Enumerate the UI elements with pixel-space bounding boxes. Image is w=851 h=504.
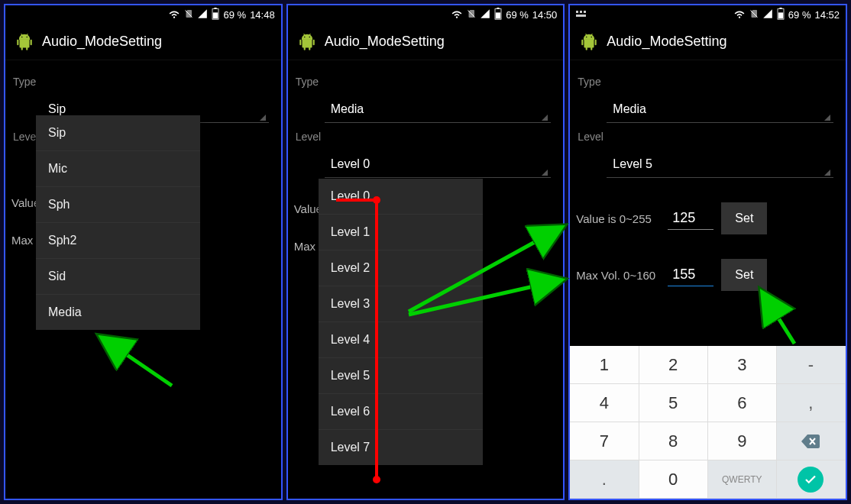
value-input[interactable]: [668, 207, 713, 230]
svg-rect-12: [496, 12, 500, 18]
check-icon: [798, 467, 823, 493]
level-option-3[interactable]: Level 3: [319, 286, 483, 322]
type-spinner[interactable]: Media: [607, 92, 833, 123]
numeric-keypad: 1 2 3 - 4 5 6 , 7 8 9 . 0 QWERTY: [570, 346, 846, 499]
svg-point-27: [586, 36, 587, 37]
svg-rect-6: [17, 39, 18, 45]
maxvol-set-button[interactable]: Set: [721, 259, 767, 291]
key-2[interactable]: 2: [639, 346, 708, 384]
key-qwerty[interactable]: QWERTY: [708, 460, 777, 499]
key-1[interactable]: 1: [570, 346, 639, 384]
svg-point-4: [26, 36, 28, 37]
svg-rect-16: [299, 39, 301, 45]
status-bar: 69 % 14:50: [288, 5, 564, 24]
svg-rect-33: [591, 47, 593, 50]
battery-icon: [777, 8, 785, 22]
signal-icon: [197, 8, 208, 21]
ime-bars-icon: [576, 9, 588, 21]
svg-point-3: [21, 36, 23, 37]
phone-screen-3: 69 % 14:52 Audio_ModeSetting Type Media …: [568, 4, 847, 500]
svg-point-13: [304, 36, 306, 37]
key-dot[interactable]: .: [570, 460, 639, 499]
svg-rect-31: [595, 39, 597, 45]
svg-rect-17: [312, 39, 314, 45]
status-bar: 69 % 14:52: [570, 5, 846, 24]
value-set-button[interactable]: Set: [721, 202, 767, 234]
svg-rect-7: [31, 39, 32, 45]
battery-text: 69 %: [506, 9, 529, 21]
svg-rect-30: [582, 39, 584, 45]
level-dropdown: Level 0 Level 1 Level 2 Level 3 Level 4 …: [319, 179, 483, 465]
level-option-5[interactable]: Level 5: [319, 358, 483, 394]
type-spinner-value: Media: [331, 102, 364, 116]
svg-rect-15: [302, 39, 312, 47]
level-spinner[interactable]: Level 5: [607, 147, 833, 178]
phone-screen-1: 69 % 14:48 Audio_ModeSetting Type Sip Le…: [4, 4, 283, 500]
clock-text: 14:52: [814, 9, 840, 21]
key-backspace[interactable]: [777, 422, 846, 460]
signal-icon: [480, 8, 490, 21]
key-4[interactable]: 4: [570, 384, 639, 422]
svg-rect-20: [576, 11, 578, 13]
battery-icon: [494, 8, 502, 22]
app-bar: Audio_ModeSetting: [288, 24, 564, 60]
level-spinner[interactable]: Level 0: [325, 147, 552, 178]
type-spinner[interactable]: Media: [325, 92, 552, 123]
key-3[interactable]: 3: [708, 346, 777, 384]
svg-rect-11: [497, 8, 500, 9]
clock-text: 14:50: [532, 9, 558, 21]
level-spinner-value: Level 5: [613, 157, 652, 171]
wifi-icon: [733, 8, 746, 21]
spinner-arrow-icon: [260, 115, 266, 121]
type-option-sph[interactable]: Sph: [36, 187, 200, 223]
level-option-6[interactable]: Level 6: [319, 394, 483, 430]
key-dash[interactable]: -: [777, 346, 846, 384]
level-spinner-value: Level 0: [331, 157, 370, 171]
type-option-sph2[interactable]: Sph2: [36, 223, 200, 259]
svg-rect-25: [779, 8, 781, 9]
type-option-mic[interactable]: Mic: [36, 151, 200, 187]
type-spinner-value: Media: [613, 102, 646, 116]
key-9[interactable]: 9: [708, 422, 777, 460]
content-area: Type Sip Level Value Max V Sip Mic Sph S…: [5, 60, 281, 499]
key-7[interactable]: 7: [570, 422, 639, 460]
svg-rect-2: [213, 12, 218, 18]
key-8[interactable]: 8: [639, 422, 708, 460]
level-option-7[interactable]: Level 7: [319, 430, 483, 465]
key-6[interactable]: 6: [708, 384, 777, 422]
svg-rect-19: [309, 47, 310, 50]
app-bar: Audio_ModeSetting: [5, 24, 281, 60]
key-0[interactable]: 0: [639, 460, 708, 499]
level-option-2[interactable]: Level 2: [319, 250, 483, 286]
wifi-icon: [451, 8, 463, 21]
battery-text: 69 %: [788, 9, 811, 21]
svg-rect-9: [26, 47, 28, 50]
android-logo-icon: [15, 32, 34, 52]
app-title: Audio_ModeSetting: [42, 34, 162, 50]
level-option-1[interactable]: Level 1: [319, 215, 483, 250]
svg-rect-22: [584, 11, 586, 13]
key-5[interactable]: 5: [639, 384, 708, 422]
type-option-sid[interactable]: Sid: [36, 259, 200, 295]
clock-text: 14:48: [250, 9, 275, 21]
android-logo-icon: [297, 32, 317, 52]
type-option-sip[interactable]: Sip: [36, 115, 200, 151]
level-option-4[interactable]: Level 4: [319, 322, 483, 358]
app-title: Audio_ModeSetting: [325, 34, 445, 50]
svg-point-28: [591, 36, 593, 37]
android-logo-icon: [579, 32, 599, 52]
maxvol-input[interactable]: [668, 263, 713, 286]
level-label: Level: [296, 131, 558, 143]
svg-rect-8: [21, 47, 23, 50]
level-option-0[interactable]: Level 0: [319, 179, 483, 215]
no-sim-icon: [467, 8, 476, 21]
key-enter[interactable]: [777, 460, 846, 499]
app-title: Audio_ModeSetting: [607, 34, 726, 50]
battery-icon: [212, 8, 219, 22]
svg-rect-18: [303, 47, 305, 50]
key-comma[interactable]: ,: [777, 384, 846, 422]
type-spinner-value: Sip: [48, 102, 66, 116]
type-label: Type: [296, 76, 558, 88]
type-option-media[interactable]: Media: [36, 295, 200, 330]
signal-icon: [762, 8, 773, 21]
